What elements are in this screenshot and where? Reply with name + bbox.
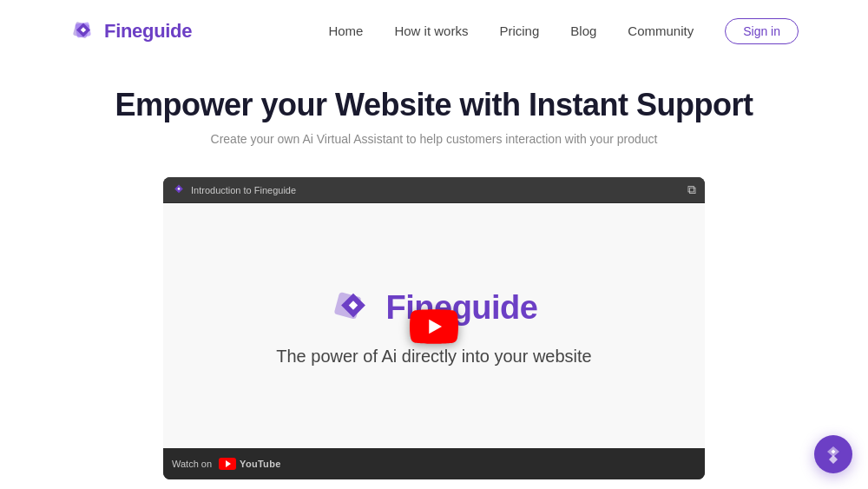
floating-widget-button[interactable] xyxy=(814,435,852,473)
play-button[interactable] xyxy=(410,309,458,347)
video-bottombar: Watch on YouTube xyxy=(163,448,705,479)
hero-section: Empower your Website with Instant Suppor… xyxy=(0,63,868,163)
logo-icon xyxy=(69,17,97,45)
widget-icon xyxy=(823,444,844,465)
nav-links: Home How it works Pricing Blog Community… xyxy=(328,18,799,44)
video-logo-icon xyxy=(172,183,186,197)
logo[interactable]: Fineguide xyxy=(69,17,192,45)
youtube-badge[interactable]: YouTube xyxy=(219,458,281,470)
nav-link-how-it-works[interactable]: How it works xyxy=(394,23,468,38)
watch-on-label: Watch on xyxy=(172,459,212,469)
video-brand-logo-icon xyxy=(331,286,376,331)
logo-text: Fineguide xyxy=(104,20,192,43)
hero-title: Empower your Website with Instant Suppor… xyxy=(0,87,868,123)
nav-link-blog[interactable]: Blog xyxy=(570,23,596,38)
youtube-text: YouTube xyxy=(240,459,281,469)
youtube-icon xyxy=(219,458,236,470)
copy-icon[interactable]: ⧉ xyxy=(687,182,696,197)
youtube-play-icon xyxy=(226,460,231,467)
hero-subtitle: Create your own Ai Virtual Assistant to … xyxy=(0,132,868,146)
nav-link-community[interactable]: Community xyxy=(628,23,694,38)
video-topbar: Introduction to Fineguide ⧉ xyxy=(163,177,705,202)
video-title-text: Introduction to Fineguide xyxy=(191,185,296,195)
video-container[interactable]: Introduction to Fineguide ⧉ Fineguide Th… xyxy=(163,177,705,479)
navbar: Fineguide Home How it works Pricing Blog… xyxy=(0,0,868,63)
nav-link-pricing[interactable]: Pricing xyxy=(499,23,539,38)
video-title-bar: Introduction to Fineguide xyxy=(172,183,296,197)
video-tagline: The power of Ai directly into your websi… xyxy=(276,347,592,367)
nav-link-home[interactable]: Home xyxy=(328,23,363,38)
signin-button[interactable]: Sign in xyxy=(725,18,799,44)
video-brand-text: Fineguide xyxy=(386,289,538,327)
